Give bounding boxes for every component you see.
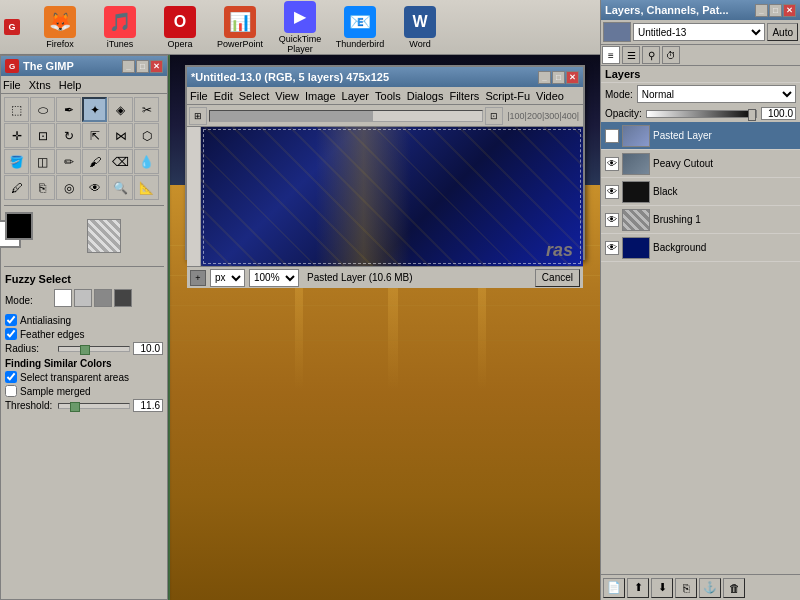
canvas-menu-edit[interactable]: Edit — [214, 90, 233, 102]
crop-tool[interactable]: ⊡ — [30, 123, 55, 148]
threshold-thumb[interactable] — [70, 402, 80, 412]
eye-brushing[interactable]: 👁 — [605, 213, 619, 227]
layer-item-brushing[interactable]: 👁 Brushing 1 — [601, 206, 800, 234]
delete-layer-btn[interactable]: 🗑 — [723, 578, 745, 598]
scale-tool[interactable]: ⇱ — [82, 123, 107, 148]
canvas-nav-btn[interactable]: ⊞ — [189, 107, 207, 125]
threshold-value[interactable]: 11.6 — [133, 399, 163, 412]
new-layer-btn[interactable]: 📄 — [603, 578, 625, 598]
taskbar-word[interactable]: W Word — [392, 6, 448, 49]
toolbox-maximize-btn[interactable]: □ — [136, 60, 149, 73]
by-color-tool[interactable]: ◈ — [108, 97, 133, 122]
bucket-fill-tool[interactable]: 🪣 — [4, 149, 29, 174]
tab-history[interactable]: ⏱ — [662, 46, 680, 64]
eye-background[interactable]: 👁 — [605, 241, 619, 255]
canvas-maximize-btn[interactable]: □ — [552, 71, 565, 84]
taskbar-itunes[interactable]: 🎵 iTunes — [92, 6, 148, 49]
perspective-tool[interactable]: ⬡ — [134, 123, 159, 148]
menu-xtns[interactable]: Xtns — [29, 79, 51, 91]
fuzzy-select-tool[interactable]: ✦ — [82, 97, 107, 122]
layers-maximize-btn[interactable]: □ — [769, 4, 782, 17]
healing-tool[interactable]: ◎ — [56, 175, 81, 200]
canvas-zoom-fit-btn[interactable]: ⊡ — [485, 107, 503, 125]
auto-button[interactable]: Auto — [767, 23, 798, 41]
feather-checkbox[interactable] — [5, 328, 17, 340]
canvas-minimize-btn[interactable]: _ — [538, 71, 551, 84]
transparent-checkbox[interactable] — [5, 371, 17, 383]
tab-layers[interactable]: ≡ — [602, 46, 620, 64]
canvas-menu-file[interactable]: File — [190, 90, 208, 102]
anchor-layer-btn[interactable]: ⚓ — [699, 578, 721, 598]
canvas-menu-scriptfu[interactable]: Script-Fu — [485, 90, 530, 102]
canvas-crosshair-btn[interactable]: + — [190, 270, 206, 286]
canvas-menu-tools[interactable]: Tools — [375, 90, 401, 102]
taskbar-powerpoint[interactable]: 📊 PowerPoint — [212, 6, 268, 49]
taskbar-thunderbird[interactable]: 📧 Thunderbird — [332, 6, 388, 49]
eye-pasted[interactable]: 👁 — [605, 129, 619, 143]
tab-channels[interactable]: ☰ — [622, 46, 640, 64]
raise-layer-btn[interactable]: ⬆ — [627, 578, 649, 598]
sample-checkbox[interactable] — [5, 385, 17, 397]
measure-tool[interactable]: 📐 — [134, 175, 159, 200]
canvas-image-area[interactable]: ras — [201, 127, 583, 266]
rotate-tool[interactable]: ↻ — [56, 123, 81, 148]
taskbar-opera[interactable]: O Opera — [152, 6, 208, 49]
opacity-slider[interactable] — [646, 110, 757, 118]
blend-tool[interactable]: ◫ — [30, 149, 55, 174]
layer-item-peavy[interactable]: 👁 Peavy Cutout — [601, 150, 800, 178]
pattern-swatch[interactable] — [87, 219, 121, 253]
menu-file[interactable]: File — [3, 79, 21, 91]
layer-item-background[interactable]: 👁 Background — [601, 234, 800, 262]
radius-value[interactable]: 10.0 — [133, 342, 163, 355]
menu-help[interactable]: Help — [59, 79, 82, 91]
mode-add[interactable] — [74, 289, 92, 307]
eraser-tool[interactable]: ⌫ — [108, 149, 133, 174]
taskbar-quicktime[interactable]: ▶ QuickTime Player — [272, 1, 328, 54]
canvas-scrollbar-h[interactable] — [209, 110, 483, 122]
paintbrush-tool[interactable]: 🖌 — [82, 149, 107, 174]
mode-replace[interactable] — [54, 289, 72, 307]
ellipse-select-tool[interactable]: ⬭ — [30, 97, 55, 122]
opacity-value[interactable] — [761, 107, 796, 120]
clone-tool[interactable]: ⎘ — [30, 175, 55, 200]
antialiasing-checkbox[interactable] — [5, 314, 17, 326]
canvas-menu-video[interactable]: Video — [536, 90, 564, 102]
free-select-tool[interactable]: ✒ — [56, 97, 81, 122]
layer-item-pasted[interactable]: 👁 Pasted Layer — [601, 122, 800, 150]
foreground-color-swatch[interactable] — [5, 212, 33, 240]
pencil-tool[interactable]: ✏ — [56, 149, 81, 174]
taskbar-firefox[interactable]: 🦊 Firefox — [32, 6, 88, 49]
lower-layer-btn[interactable]: ⬇ — [651, 578, 673, 598]
zoom-tool[interactable]: 🔍 — [108, 175, 133, 200]
canvas-menu-layer[interactable]: Layer — [342, 90, 370, 102]
ink-tool[interactable]: 🖊 — [4, 175, 29, 200]
move-tool[interactable]: ✛ — [4, 123, 29, 148]
layer-item-black[interactable]: 👁 Black — [601, 178, 800, 206]
toolbox-close-btn[interactable]: ✕ — [150, 60, 163, 73]
shear-tool[interactable]: ⋈ — [108, 123, 133, 148]
canvas-menu-dialogs[interactable]: Dialogs — [407, 90, 444, 102]
toolbox-minimize-btn[interactable]: _ — [122, 60, 135, 73]
mode-subtract[interactable] — [94, 289, 112, 307]
image-select[interactable]: Untitled-13 — [633, 23, 765, 41]
cancel-button[interactable]: Cancel — [535, 269, 580, 287]
layers-close-btn[interactable]: ✕ — [783, 4, 796, 17]
canvas-menu-filters[interactable]: Filters — [449, 90, 479, 102]
radius-slider[interactable] — [58, 346, 130, 352]
canvas-menu-select[interactable]: Select — [239, 90, 270, 102]
unit-select[interactable]: px — [210, 269, 245, 287]
zoom-select[interactable]: 100% — [249, 269, 299, 287]
threshold-slider[interactable] — [58, 403, 130, 409]
canvas-close-btn[interactable]: ✕ — [566, 71, 579, 84]
canvas-menu-view[interactable]: View — [275, 90, 299, 102]
airbrush-tool[interactable]: 💧 — [134, 149, 159, 174]
radius-thumb[interactable] — [80, 345, 90, 355]
tab-paths[interactable]: ⚲ — [642, 46, 660, 64]
layers-minimize-btn[interactable]: _ — [755, 4, 768, 17]
eye-peavy[interactable]: 👁 — [605, 157, 619, 171]
canvas-menu-image[interactable]: Image — [305, 90, 336, 102]
eye-black[interactable]: 👁 — [605, 185, 619, 199]
scissors-tool[interactable]: ✂ — [134, 97, 159, 122]
color-picker-tool[interactable]: 👁 — [82, 175, 107, 200]
rect-select-tool[interactable]: ⬚ — [4, 97, 29, 122]
